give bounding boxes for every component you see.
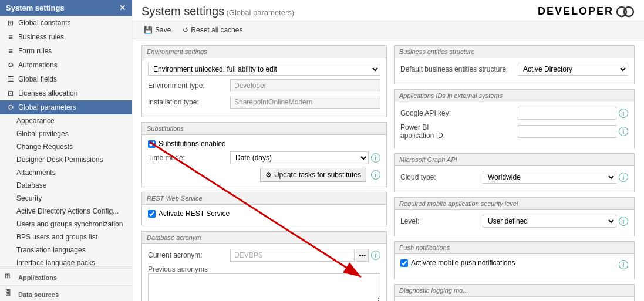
- environment-settings-section: Environment settings Environment unlocke…: [141, 45, 387, 117]
- save-icon: 💾: [144, 26, 153, 34]
- main-header: System settings (Global parameters) DEVE…: [132, 0, 644, 21]
- reset-caches-button[interactable]: ↺ Reset all caches: [180, 25, 245, 35]
- brand-logo: DEVELOPER: [538, 5, 635, 18]
- installation-type-input: [230, 96, 380, 109]
- security-level-select[interactable]: User defined: [483, 215, 616, 228]
- sidebar-item-business-rules[interactable]: ≡ Business rules: [0, 30, 132, 44]
- sidebar-item-database[interactable]: Database: [0, 179, 132, 192]
- sidebar-item-automations[interactable]: ⚙ Automations: [0, 58, 132, 72]
- push-notifications-body: Activate mobile push notifications i: [395, 254, 634, 279]
- acronym-info-icon[interactable]: i: [371, 251, 380, 260]
- toolbar: 💾 Save ↺ Reset all caches: [132, 21, 644, 39]
- substitutions-title: Substitutions: [142, 123, 386, 135]
- update-icon: ⚙: [265, 171, 272, 179]
- sidebar-item-global-privileges[interactable]: Global privileges: [0, 127, 132, 140]
- update-substitutes-button[interactable]: ⚙ Update tasks for substitutes: [260, 168, 366, 182]
- diagnostic-body: Level: Off i 🗑 Clear all diagnostic data: [395, 297, 634, 301]
- current-acronym-label: Current acronym:: [148, 251, 230, 259]
- activate-push-row: Activate mobile push notifications: [400, 259, 515, 267]
- business-entities-title: Business entities structure: [395, 46, 634, 58]
- ms-graph-title: Microsoft Graph API: [395, 154, 634, 166]
- default-structure-label: Default business entities structure:: [400, 65, 518, 73]
- sidebar-item-designer-desk[interactable]: Designer Desk Permissions: [0, 153, 132, 166]
- google-api-info-icon[interactable]: i: [619, 109, 628, 118]
- default-structure-row: Default business entities structure: Act…: [400, 63, 628, 76]
- environment-settings-title: Environment settings: [142, 46, 386, 58]
- substitutions-enabled-checkbox[interactable]: [148, 140, 156, 148]
- sidebar-close-icon[interactable]: ✕: [119, 4, 126, 12]
- sidebar-item-translation[interactable]: Translation languages: [0, 243, 132, 256]
- sidebar-item-attachments[interactable]: Attachments: [0, 166, 132, 179]
- global-fields-icon: ☰: [6, 75, 15, 84]
- push-notifications-info-icon[interactable]: i: [619, 260, 628, 269]
- activate-push-checkbox[interactable]: [400, 259, 408, 267]
- automations-icon: ⚙: [6, 60, 15, 70]
- data-sources-icon: 🗄: [5, 289, 15, 300]
- default-structure-select[interactable]: Active Directory: [518, 63, 628, 76]
- rest-web-service-title: REST Web Service: [142, 192, 386, 205]
- push-notifications-section: Push notifications Activate mobile push …: [394, 241, 635, 279]
- right-panel: Business entities structure Default busi…: [394, 45, 635, 295]
- google-api-label: Google API key:: [400, 109, 518, 117]
- activate-rest-checkbox[interactable]: [148, 210, 156, 218]
- security-level-label: Level:: [400, 217, 483, 225]
- diagnostic-section: Diagnostic logging mo... Level: Off i: [394, 284, 635, 301]
- app-ids-title: Applications IDs in external systems: [395, 90, 634, 102]
- sidebar-item-global-constants[interactable]: ⊞ Global constants: [0, 16, 132, 30]
- save-button[interactable]: 💾 Save: [141, 25, 173, 35]
- content-wrapper: Environment settings Environment unlocke…: [132, 39, 644, 301]
- sidebar-item-bps-users[interactable]: BPS users and groups list: [0, 231, 132, 243]
- env-type-input: [230, 79, 380, 92]
- substitutions-body: Substitutions enabled Time mode: Date (d…: [142, 135, 386, 187]
- sidebar-item-licenses[interactable]: ⊡ Licenses allocation: [0, 86, 132, 100]
- left-panel: Environment settings Environment unlocke…: [141, 45, 387, 295]
- sidebar-item-lang-packs[interactable]: Interface language packs: [0, 256, 132, 266]
- sidebar-item-global-parameters[interactable]: ⚙ Global parameters: [0, 100, 132, 114]
- mobile-security-title: Required mobile application security lev…: [395, 198, 634, 210]
- content-area: Environment settings Environment unlocke…: [132, 39, 644, 301]
- security-level-info-icon[interactable]: i: [619, 217, 628, 226]
- cloud-type-row: Cloud type: Worldwide i: [400, 171, 628, 184]
- env-type-label: Environment type:: [148, 82, 230, 90]
- app-ids-section: Applications IDs in external systems Goo…: [394, 89, 635, 148]
- sidebar-header: System settings ✕: [0, 0, 132, 16]
- main-content: System settings (Global parameters) DEVE…: [132, 0, 644, 301]
- time-mode-select[interactable]: Date (days): [230, 151, 369, 164]
- sidebar-section-data-sources[interactable]: 🗄 Data sources: [0, 285, 132, 301]
- power-bi-row: Power BI application ID: i: [400, 123, 628, 140]
- sidebar-item-security[interactable]: Security: [0, 192, 132, 205]
- push-notifications-row: Activate mobile push notifications i: [400, 259, 628, 270]
- page-title: System settings: [141, 5, 224, 18]
- sidebar-item-global-fields[interactable]: ☰ Global fields: [0, 72, 132, 86]
- sidebar-item-appearance[interactable]: Appearance: [0, 114, 132, 127]
- mobile-security-section: Required mobile application security lev…: [394, 197, 635, 236]
- power-bi-info-icon[interactable]: i: [619, 127, 628, 136]
- update-substitutes-info-icon[interactable]: i: [371, 170, 380, 180]
- time-mode-info-icon[interactable]: i: [371, 153, 380, 163]
- mobile-security-body: Level: User defined i: [395, 210, 634, 236]
- global-constants-icon: ⊞: [6, 18, 15, 28]
- cloud-type-info-icon[interactable]: i: [619, 173, 628, 182]
- diagnostic-title: Diagnostic logging mo...: [395, 285, 634, 297]
- environment-select[interactable]: Environment unlocked, full ability to ed…: [148, 63, 380, 76]
- business-rules-icon: ≡: [6, 32, 15, 42]
- global-params-icon: ⚙: [6, 103, 15, 112]
- power-bi-input[interactable]: [518, 125, 616, 138]
- google-api-input[interactable]: [518, 107, 616, 120]
- acronym-menu-button[interactable]: •••: [356, 249, 369, 262]
- installation-type-label: Installation type:: [148, 98, 230, 106]
- sidebar-section-applications[interactable]: ⊞ Applications: [0, 268, 132, 284]
- previous-acronyms-textarea[interactable]: [148, 273, 380, 301]
- activate-rest-label: Activate REST Service: [159, 209, 230, 218]
- installation-type-row: Installation type:: [148, 96, 380, 109]
- sidebar-item-users-groups-sync[interactable]: Users and groups synchronization: [0, 218, 132, 231]
- sidebar-item-change-requests[interactable]: Change Requests: [0, 140, 132, 153]
- business-entities-section: Business entities structure Default busi…: [394, 45, 635, 84]
- current-acronym-input[interactable]: [230, 249, 355, 262]
- sidebar-item-active-directory[interactable]: Active Directory Actions Config...: [0, 205, 132, 218]
- sidebar: System settings ✕ ⊞ Global constants ≡ B…: [0, 0, 132, 301]
- cloud-type-select[interactable]: Worldwide: [483, 171, 616, 184]
- database-acronym-title: Database acronym: [142, 232, 386, 244]
- current-acronym-row: Current acronym: ••• i: [148, 249, 380, 262]
- sidebar-item-form-rules[interactable]: ≡ Form rules: [0, 44, 132, 58]
